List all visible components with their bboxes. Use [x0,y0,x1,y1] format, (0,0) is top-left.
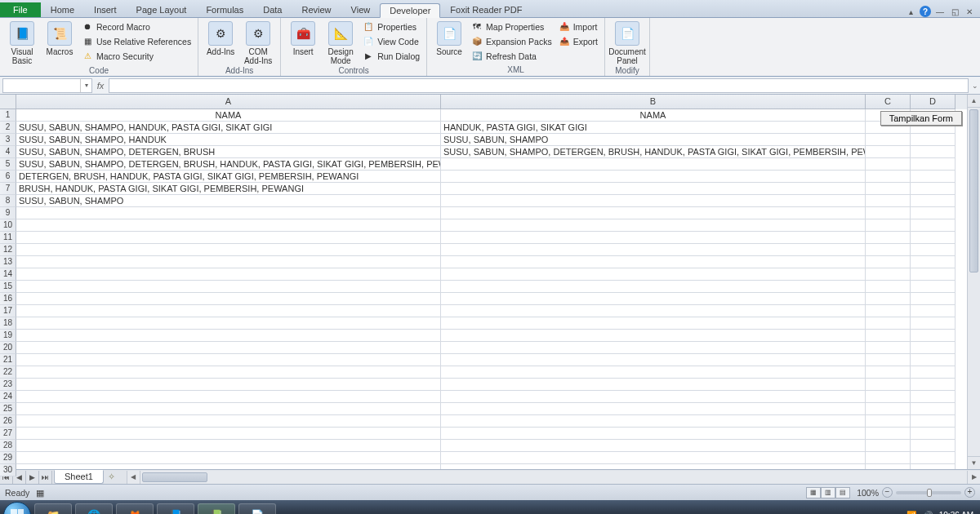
tampilkan-form-button[interactable]: Tampilkan Form [880,111,962,126]
row-header[interactable]: 2 [0,122,16,134]
cell[interactable] [911,195,956,207]
hscroll-thumb[interactable] [142,472,207,482]
visual-basic-button[interactable]: 📘 Visual Basic [5,20,39,65]
cell[interactable] [441,379,866,391]
row-header[interactable]: 11 [0,232,16,244]
cell[interactable] [16,366,441,379]
cell[interactable] [866,415,911,428]
cell[interactable] [16,330,441,342]
row-header[interactable]: 10 [0,219,16,232]
cell[interactable] [911,452,956,464]
cell[interactable] [911,256,956,268]
cell[interactable] [16,256,441,268]
cell[interactable] [911,293,956,305]
refresh-data-button[interactable]: 🔄Refresh Data [470,49,554,63]
window-close-icon[interactable]: ✕ [964,6,975,17]
cell[interactable] [866,207,911,219]
col-header-c[interactable]: C [866,95,911,109]
cell[interactable] [16,403,441,415]
row-header[interactable]: 12 [0,244,16,256]
row-header[interactable]: 5 [0,158,16,171]
cell[interactable] [16,305,441,317]
cell[interactable] [911,342,956,354]
cell[interactable]: SUSU, SABUN, SHAMPO, DETERGEN, BRUSH, HA… [16,158,441,171]
cell[interactable] [441,232,866,244]
cell[interactable] [911,354,956,366]
cell[interactable] [866,281,911,293]
row-header[interactable]: 14 [0,268,16,281]
cell[interactable] [911,171,956,183]
cells-area[interactable]: NAMANAMASUSU, SABUN, SHAMPO, HANDUK, PAS… [16,109,967,469]
window-minimize-icon[interactable]: — [934,6,946,17]
cell[interactable] [441,171,866,183]
window-restore-icon[interactable]: ◱ [949,6,960,17]
cell[interactable] [866,440,911,452]
cell[interactable] [911,146,956,158]
view-normal-icon[interactable]: ▦ [806,487,821,498]
cell[interactable] [441,330,866,342]
cell[interactable] [911,403,956,415]
col-header-a[interactable]: A [16,95,441,109]
cell[interactable] [911,379,956,391]
sheet-tab-1[interactable]: Sheet1 [54,470,104,484]
cell[interactable] [441,207,866,219]
tab-view[interactable]: View [341,2,381,17]
cell[interactable]: SUSU, SABUN, SHAMPO [441,134,866,146]
cell[interactable] [441,428,866,440]
com-addins-button[interactable]: ⚙ COM Add-Ins [241,20,275,65]
sheet-nav-next-icon[interactable]: ▶ [26,471,39,484]
macros-button[interactable]: 📜 Macros [42,20,77,56]
row-header[interactable]: 23 [0,379,16,391]
cell[interactable] [866,366,911,379]
tab-insert[interactable]: Insert [84,2,127,17]
cell[interactable] [441,391,866,403]
cell[interactable] [911,158,956,171]
cell[interactable] [911,219,956,232]
row-header[interactable]: 17 [0,305,16,317]
row-header[interactable]: 22 [0,366,16,379]
cell[interactable] [866,146,911,158]
cell[interactable] [16,391,441,403]
cell[interactable] [866,305,911,317]
import-button[interactable]: 📥Import [557,20,599,33]
cell[interactable]: SUSU, SABUN, SHAMPO [16,195,441,207]
cell[interactable] [911,330,956,342]
taskbar-app-word[interactable]: 📘 [157,503,194,515]
row-header[interactable]: 26 [0,415,16,428]
tab-developer[interactable]: Developer [380,3,440,18]
cell[interactable] [441,354,866,366]
macro-indicator-icon[interactable]: ▦ [36,488,44,498]
tab-review[interactable]: Review [292,2,341,17]
row-header[interactable]: 4 [0,146,16,158]
tab-file[interactable]: File [0,2,41,17]
row-header[interactable]: 27 [0,428,16,440]
cell[interactable] [911,183,956,195]
cell[interactable] [866,183,911,195]
tab-formulas[interactable]: Formulas [196,2,253,17]
row-header[interactable]: 21 [0,354,16,366]
cell[interactable] [441,305,866,317]
row-header[interactable]: 15 [0,281,16,293]
cell[interactable] [866,464,911,469]
record-macro-button[interactable]: ⏺Record Macro [80,20,193,33]
cell[interactable] [16,317,441,330]
sheet-nav-last-icon[interactable]: ⏭ [39,471,52,484]
cell[interactable] [16,379,441,391]
cell[interactable]: SUSU, SABUN, SHAMPO, DETERGEN, BRUSH [16,146,441,158]
cell[interactable] [16,428,441,440]
start-button[interactable] [3,502,31,515]
formula-input[interactable] [109,78,969,93]
zoom-slider-knob[interactable] [927,489,932,497]
cell[interactable] [866,330,911,342]
cell[interactable] [16,293,441,305]
cell[interactable] [16,440,441,452]
relative-refs-button[interactable]: ▦Use Relative References [80,34,193,48]
map-properties-button[interactable]: 🗺Map Properties [470,20,554,33]
cell[interactable] [441,158,866,171]
cell[interactable] [441,183,866,195]
row-header[interactable]: 19 [0,330,16,342]
cell[interactable] [441,366,866,379]
col-header-b[interactable]: B [441,95,866,109]
help-icon[interactable]: ? [920,6,931,17]
cell[interactable] [911,232,956,244]
